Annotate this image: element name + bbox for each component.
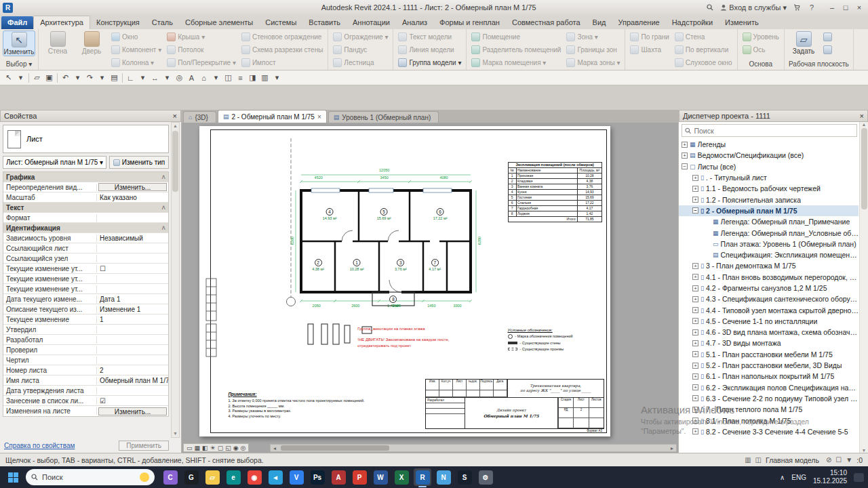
property-row[interactable]: Изменения на листе Изменить...	[3, 406, 168, 416]
toolbar-icon[interactable]: ▾	[15, 72, 26, 84]
browser-tree-item[interactable]: + ▯ 8.1 - План потолка М 1/75	[679, 415, 859, 426]
area-tag-button[interactable]: Марка зоны ▾	[564, 56, 622, 69]
roof-button[interactable]: Крыша ▾	[165, 30, 238, 43]
area-button[interactable]: Зона ▾	[564, 30, 622, 43]
instance-combo[interactable]: Лист: Обмерный план М 1/75 ▾	[3, 156, 106, 169]
component-button[interactable]: Компонент ▾	[109, 43, 163, 56]
ref-plane-button[interactable]	[821, 43, 834, 56]
model-group-button[interactable]: Группа модели ▾	[396, 56, 463, 69]
door-button[interactable]: Дверь	[75, 30, 108, 55]
set-workplane-button[interactable]: ▱Задать	[787, 30, 820, 55]
property-row[interactable]: Зависимость уровня Независимый	[3, 233, 168, 243]
taskbar-app-icon[interactable]: N	[435, 468, 452, 486]
view-control-icon[interactable]: ☀	[210, 445, 216, 451]
property-row[interactable]: Масштаб Как указано	[3, 192, 168, 203]
property-row[interactable]: Формат	[3, 213, 168, 223]
properties-close-icon[interactable]: ×	[173, 112, 177, 120]
ribbon-tab[interactable]: Аннотации	[347, 16, 396, 29]
tree-expander-icon[interactable]: +	[692, 351, 698, 357]
browser-tree-item[interactable]: + ▯ . - Титульный лист	[679, 172, 859, 183]
taskbar-app-icon[interactable]: ⚙	[477, 468, 494, 486]
taskbar-app-icon[interactable]: P	[351, 468, 368, 486]
tree-expander-icon[interactable]: +	[692, 318, 698, 324]
press-drag-icon[interactable]: ☐	[835, 456, 842, 464]
taskbar-app-icon[interactable]: W	[372, 468, 389, 486]
property-row[interactable]: Описание текущего из... Изменение 1	[3, 304, 168, 314]
show-workplane-button[interactable]	[821, 30, 834, 43]
tree-expander-icon[interactable]: +	[692, 285, 698, 291]
toolbar-icon[interactable]	[56, 72, 59, 84]
toolbar-icon[interactable]: ◫	[222, 72, 234, 84]
toolbar-icon[interactable]: ↖	[3, 72, 14, 84]
tree-expander-icon[interactable]: +	[692, 418, 698, 424]
mullion-button[interactable]: Импост	[239, 56, 325, 69]
grid-button[interactable]: Ось	[741, 43, 782, 56]
browser-tree-item[interactable]: + ▯ 5.2 - План расстановки мебели, 3D Ви…	[679, 360, 859, 371]
property-row[interactable]: Текущие изменение ут...	[3, 274, 168, 284]
ribbon-tab[interactable]: Изменить	[719, 16, 765, 29]
ribbon-tab[interactable]: Сталь	[146, 16, 179, 29]
ribbon-tab[interactable]: Совместная работа	[506, 16, 587, 29]
tree-expander-icon[interactable]	[705, 241, 711, 247]
tree-expander-icon[interactable]: +	[692, 263, 698, 269]
tree-expander-icon[interactable]: +	[682, 142, 688, 148]
property-row[interactable]: Текущее изменение 1	[3, 314, 168, 325]
curtain-system-button[interactable]: Стеновое ограждение	[239, 30, 325, 43]
toolbar-icon[interactable]: ↔	[149, 72, 161, 84]
property-row[interactable]: Дата утверждения листа	[3, 386, 168, 396]
cart-icon[interactable]	[792, 3, 802, 12]
toolbar-icon[interactable]: ▾	[271, 72, 283, 84]
property-row[interactable]: Занесение в список ли... ☑	[3, 396, 168, 406]
browser-search-input[interactable]	[694, 127, 854, 135]
browser-tree-item[interactable]: + ▯ 6.2 - Экспликация полов Спецификация…	[679, 382, 859, 393]
taskbar-search[interactable]: Поиск	[26, 469, 155, 485]
tree-expander-icon[interactable]: +	[692, 340, 698, 346]
browser-tree-item[interactable]: + ▯ 6.3 - Сечение 2-2 по подиуму Типовой…	[679, 393, 859, 404]
property-row[interactable]: Текущие изменение ут...	[3, 284, 168, 294]
toolbar-icon[interactable]: ▤	[108, 72, 120, 84]
toolbar-icon[interactable]: ▥	[259, 72, 271, 84]
taskbar-app-icon[interactable]: A	[330, 468, 347, 486]
tree-expander-icon[interactable]: +	[692, 329, 698, 336]
panel-title-datum[interactable]: Основа	[738, 60, 785, 70]
properties-scrollbar[interactable]: ▲▼	[171, 122, 180, 438]
browser-tree-item[interactable]: − ▯ 2 - Обмерный план М 1/75	[679, 205, 859, 216]
maximize-button[interactable]: □	[841, 3, 850, 12]
tree-expander-icon[interactable]: −	[682, 163, 688, 169]
property-row[interactable]: Ссылающийся узел	[3, 253, 168, 264]
toolbar-icon[interactable]	[27, 72, 31, 84]
railing-button[interactable]: Ограждение ▾	[331, 30, 390, 43]
toolbar-icon[interactable]: ▾	[161, 72, 173, 84]
tree-expander-icon[interactable]: +	[692, 175, 698, 181]
property-row[interactable]: Ссылающийся лист	[3, 243, 168, 253]
browser-tree-item[interactable]: + ▯ 4.2 - Фрагменты санузлов 1,2 М 1/25	[679, 283, 859, 293]
horizontal-scrollbar[interactable]: ◂▸	[270, 444, 677, 452]
minimize-button[interactable]: –	[827, 3, 837, 12]
property-row[interactable]: Графика ˄	[3, 172, 168, 182]
drawing-canvas[interactable]: 4 14,93 м² 5 15,69 м² 6 17,22 м²	[182, 123, 678, 453]
property-row[interactable]: Чертил	[3, 355, 168, 365]
toolbar-icon[interactable]: ↶	[60, 72, 71, 84]
design-option-label[interactable]: Главная модель	[766, 456, 819, 464]
tree-expander-icon[interactable]: +	[692, 384, 698, 390]
browser-tree-item[interactable]: + ▯ 4.7 - 3D виды монтажа	[679, 338, 859, 348]
browser-tree-item[interactable]: ▤ Спецификация: Экспликация помещений (п	[679, 249, 859, 260]
browser-scrollbar[interactable]: ▲▼	[859, 122, 868, 453]
ribbon-tab[interactable]: Конструкция	[90, 16, 146, 29]
tree-expander-icon[interactable]: +	[692, 197, 698, 203]
properties-header[interactable]: Свойства ×	[0, 110, 181, 122]
browser-search[interactable]	[682, 124, 857, 137]
browser-tree-item[interactable]: + ▯ 4.3 - Спецификация сантехнического о…	[679, 293, 859, 304]
taskbar-app-icon[interactable]: ▱	[203, 468, 221, 486]
toolbar-icon[interactable]: ▾	[72, 72, 83, 84]
room-separator-button[interactable]: Разделитель помещений	[469, 43, 563, 56]
property-row[interactable]: Номер листа 2	[3, 365, 168, 375]
view-tab-close-icon[interactable]: ×	[317, 113, 321, 121]
view-control-icon[interactable]: ◉	[233, 445, 239, 451]
ribbon-tab[interactable]: Файл	[1, 16, 33, 29]
taskbar-app-icon[interactable]: ◄	[267, 468, 284, 486]
wall-opening-button[interactable]: Стена	[673, 30, 734, 43]
tree-expander-icon[interactable]: +	[692, 407, 698, 413]
tree-expander-icon[interactable]: +	[682, 152, 688, 159]
toolbar-icon[interactable]: ▣	[43, 72, 55, 84]
